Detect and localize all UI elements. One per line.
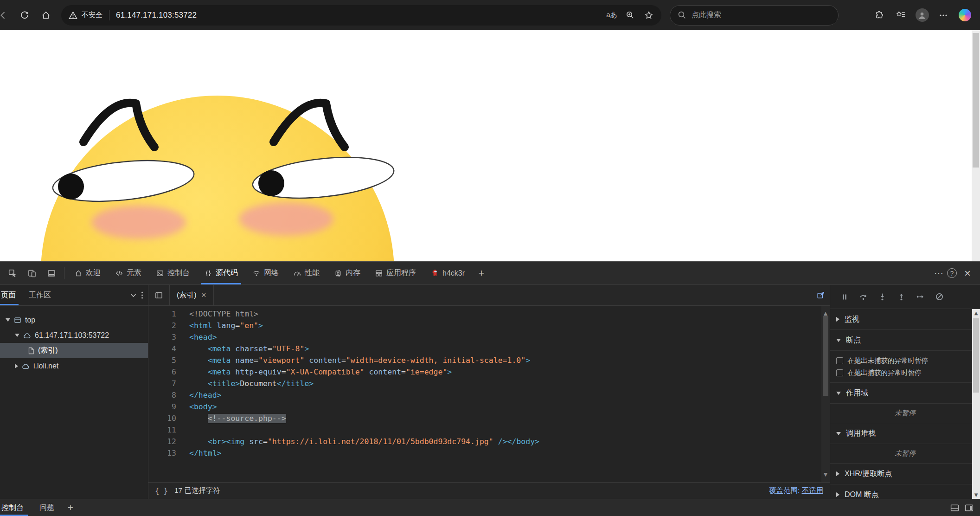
- line-number[interactable]: 6: [148, 366, 176, 378]
- add-devtools-tab-button[interactable]: +: [472, 262, 491, 284]
- devtools-tab-elements[interactable]: 元素: [108, 262, 149, 284]
- scroll-down-icon[interactable]: ▼: [972, 492, 980, 497]
- section-watch[interactable]: 监视: [830, 309, 980, 330]
- navigator-tab-page[interactable]: 页面: [0, 285, 22, 305]
- code-line[interactable]: [189, 424, 830, 436]
- close-tab-icon[interactable]: ×: [201, 290, 206, 300]
- step-icon[interactable]: [916, 292, 925, 301]
- zoom-icon[interactable]: [621, 6, 639, 24]
- line-number[interactable]: 11: [148, 424, 176, 436]
- coverage-link[interactable]: 不适用: [802, 486, 824, 494]
- line-number[interactable]: 2: [148, 320, 176, 331]
- line-number[interactable]: 9: [148, 401, 176, 413]
- drawer-dock-icon[interactable]: [950, 504, 959, 512]
- page-scrollbar[interactable]: [972, 30, 980, 261]
- line-number[interactable]: 3: [148, 331, 176, 343]
- checkbox[interactable]: [836, 369, 843, 376]
- translate-icon[interactable]: aあ: [603, 6, 621, 24]
- back-button[interactable]: [0, 5, 14, 26]
- add-drawer-tab-button[interactable]: +: [62, 502, 79, 513]
- pretty-print-icon[interactable]: { }: [155, 487, 168, 495]
- devtools-tab-h4ck3r[interactable]: h4ck3r: [423, 262, 472, 284]
- devtools-tab-sources[interactable]: 源代码: [197, 262, 245, 284]
- code-editor[interactable]: 12345678910111213 <!DOCTYPE html><html l…: [148, 306, 830, 482]
- devtools-tab-application[interactable]: 应用程序: [368, 262, 423, 284]
- devtools-more-menu[interactable]: ⋯: [934, 268, 944, 279]
- refresh-button[interactable]: [14, 5, 35, 26]
- devtools-tab-console[interactable]: 控制台: [149, 262, 197, 284]
- open-in-panel-icon[interactable]: [817, 291, 825, 299]
- line-number[interactable]: 13: [148, 447, 176, 459]
- address-bar[interactable]: 不安全 61.147.171.103:53722 aあ: [61, 5, 661, 26]
- drawer-tab-console[interactable]: 控制台: [0, 499, 32, 516]
- tree-item-index-file[interactable]: (索引): [0, 343, 148, 358]
- breakpoint-uncaught-exceptions[interactable]: 在抛出未捕获的异常时暂停: [830, 355, 980, 367]
- pause-script-icon[interactable]: [840, 293, 849, 301]
- tree-item-domain[interactable]: 61.147.171.103:53722: [0, 328, 148, 343]
- drawer-tab-issues[interactable]: 问题: [32, 499, 62, 516]
- section-breakpoints[interactable]: 断点: [830, 330, 980, 351]
- code-line[interactable]: <meta charset="UTF-8">: [189, 343, 830, 355]
- line-number[interactable]: 4: [148, 343, 176, 355]
- checkbox[interactable]: [836, 357, 843, 364]
- favorites-icon[interactable]: [890, 5, 911, 26]
- kebab-menu-icon[interactable]: [141, 291, 143, 299]
- chevron-down-icon[interactable]: [130, 293, 136, 297]
- line-number[interactable]: 8: [148, 389, 176, 401]
- step-out-icon[interactable]: [897, 292, 906, 301]
- code-line[interactable]: </head>: [189, 389, 830, 401]
- devtools-tab-network[interactable]: 网络: [245, 262, 286, 284]
- code-line[interactable]: <html lang="en">: [189, 320, 830, 331]
- code-line[interactable]: <head>: [189, 331, 830, 343]
- code-line[interactable]: <br><img src="https://i.loli.net/2018/11…: [189, 436, 830, 447]
- devtools-tab-performance[interactable]: 性能: [286, 262, 327, 284]
- code-line[interactable]: <meta name="viewport" content="width=dev…: [189, 355, 830, 366]
- step-into-icon[interactable]: [878, 292, 887, 301]
- code-line[interactable]: <meta http-equiv="X-UA-Compatible" conte…: [189, 366, 830, 378]
- page-scrollbar-thumb[interactable]: [973, 33, 979, 168]
- editor-scrollbar[interactable]: ▲ ▼: [821, 306, 830, 482]
- editor-scrollbar-thumb[interactable]: [823, 316, 828, 396]
- drawer-sidebar-icon[interactable]: [965, 504, 974, 512]
- devtools-tab-memory[interactable]: 内存: [327, 262, 368, 284]
- tree-item-top[interactable]: top: [0, 312, 148, 328]
- code-line[interactable]: <body>: [189, 401, 830, 413]
- line-number[interactable]: 7: [148, 378, 176, 389]
- section-xhr-breakpoints[interactable]: XHR/提取断点: [830, 464, 980, 484]
- profile-avatar[interactable]: [911, 5, 933, 26]
- search-box[interactable]: 点此搜索: [670, 5, 839, 26]
- navigator-toggle-icon[interactable]: [148, 285, 170, 305]
- navigator-tab-workspace[interactable]: 工作区: [22, 285, 58, 305]
- devtools-close-button[interactable]: ×: [960, 267, 975, 280]
- expander-down-icon[interactable]: [15, 334, 19, 337]
- line-number[interactable]: 10: [148, 413, 176, 424]
- devtools-tab-welcome[interactable]: 欢迎: [67, 262, 108, 284]
- code-line[interactable]: </html>: [189, 447, 830, 459]
- code-line[interactable]: <!--source.php-->: [189, 413, 830, 424]
- code-line[interactable]: <!DOCTYPE html>: [189, 308, 830, 320]
- more-menu[interactable]: [933, 5, 954, 26]
- line-number[interactable]: 5: [148, 355, 176, 366]
- scroll-down-icon[interactable]: ▼: [821, 469, 830, 480]
- section-scope[interactable]: 作用域: [830, 383, 980, 404]
- breakpoint-caught-exceptions[interactable]: 在抛出捕获的异常时暂停: [830, 367, 980, 379]
- extensions-icon[interactable]: [869, 5, 890, 26]
- line-number[interactable]: 12: [148, 436, 176, 447]
- devtools-help-button[interactable]: ?: [947, 268, 957, 278]
- expander-down-icon[interactable]: [6, 318, 10, 322]
- dock-side-icon[interactable]: [42, 264, 61, 283]
- debugger-scrollbar[interactable]: ▲ ▼: [972, 309, 980, 499]
- home-button[interactable]: [35, 5, 57, 26]
- copilot-icon[interactable]: [954, 5, 975, 26]
- section-dom-breakpoints[interactable]: DOM 断点: [830, 484, 980, 499]
- debugger-scrollbar-thumb[interactable]: [973, 318, 979, 393]
- not-secure-warning-icon[interactable]: [69, 11, 77, 19]
- favorite-star-icon[interactable]: [640, 6, 658, 24]
- tree-item-iloli[interactable]: i.loli.net: [0, 358, 148, 374]
- inspect-element-icon[interactable]: [3, 264, 22, 283]
- step-over-icon[interactable]: [859, 292, 868, 301]
- expander-right-icon[interactable]: [15, 364, 18, 368]
- line-number[interactable]: 1: [148, 308, 176, 320]
- deactivate-breakpoints-icon[interactable]: [935, 292, 944, 301]
- section-callstack[interactable]: 调用堆栈: [830, 423, 980, 444]
